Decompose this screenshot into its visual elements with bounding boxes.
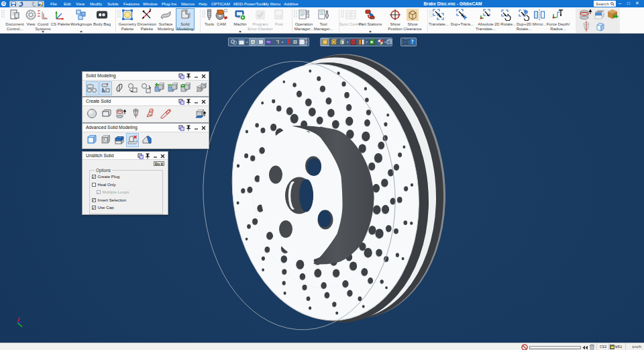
svg-text:G1: G1 [276, 14, 282, 18]
svg-text:?: ? [411, 39, 414, 45]
